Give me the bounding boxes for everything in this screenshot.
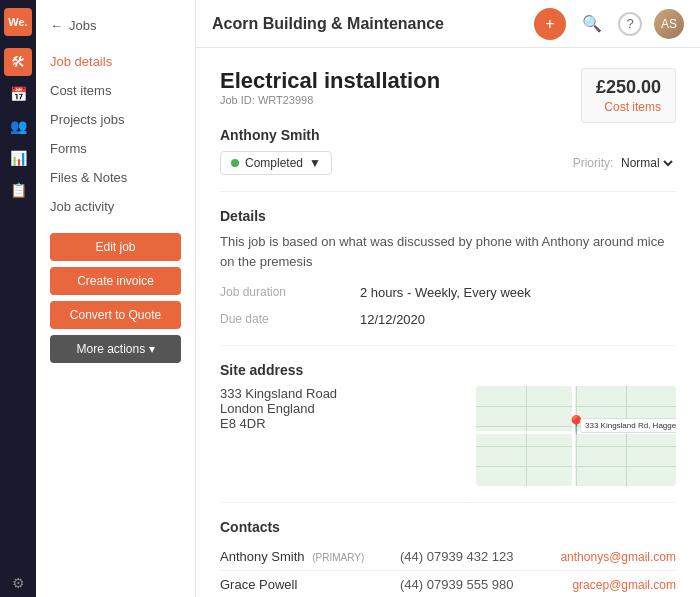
rail-icon-briefcase[interactable]: 🛠	[4, 48, 32, 76]
address-line1: 333 Kingsland Road	[220, 386, 460, 401]
sidebar-item-job-details[interactable]: Job details	[36, 47, 195, 76]
sidebar-item-forms[interactable]: Forms	[36, 134, 195, 163]
sidebar-action-buttons: Edit job Create invoice Convert to Quote…	[36, 221, 195, 375]
contacts-table: Anthony Smith (PRIMARY) (44) 07939 432 1…	[220, 543, 676, 597]
job-header: Electrical installation Job ID: WRT23998…	[220, 68, 676, 123]
status-badge[interactable]: Completed ▼	[220, 151, 332, 175]
contact2-phone: (44) 07939 555 980	[400, 577, 572, 592]
convert-to-quote-button[interactable]: Convert to Quote	[50, 301, 181, 329]
map-grid-v2	[576, 386, 577, 486]
map-label: 333 Kingsland Rd, Haggerston, London...	[580, 418, 676, 433]
rail-icon-calendar[interactable]: 📅	[4, 80, 32, 108]
contact2-name: Grace Powell	[220, 577, 400, 592]
priority-select[interactable]: Normal High Low	[617, 155, 676, 171]
back-arrow-icon: ←	[50, 18, 63, 33]
price-box: £250.00 Cost items	[581, 68, 676, 123]
content-area: Electrical installation Job ID: WRT23998…	[196, 48, 700, 597]
contact1-email[interactable]: anthonys@gmail.com	[560, 550, 676, 564]
contact-row-1: Anthony Smith (PRIMARY) (44) 07939 432 1…	[220, 543, 676, 571]
map-road-v1	[572, 386, 575, 486]
status-row: Completed ▼ Priority: Normal High Low	[220, 151, 676, 175]
contact1-name: Anthony Smith (PRIMARY)	[220, 549, 400, 564]
priority-section: Priority: Normal High Low	[573, 155, 676, 171]
contact-row-2: Grace Powell (44) 07939 555 980 gracep@g…	[220, 571, 676, 597]
search-icon[interactable]: 🔍	[578, 10, 606, 38]
contacts-title: Contacts	[220, 519, 676, 535]
rail-icon-settings[interactable]: ⚙	[4, 569, 32, 597]
more-actions-button[interactable]: More actions ▾	[50, 335, 181, 363]
due-date-value: 12/12/2020	[360, 310, 676, 329]
address-line3: E8 4DR	[220, 416, 460, 431]
edit-job-button[interactable]: Edit job	[50, 233, 181, 261]
details-text: This job is based on what was discussed …	[220, 232, 676, 271]
avatar[interactable]: AS	[654, 9, 684, 39]
job-id: Job ID: WRT23998	[220, 94, 440, 106]
map-grid-v1	[526, 386, 527, 486]
back-label: Jobs	[69, 18, 96, 33]
map-bg: 📍 333 Kingsland Rd, Haggerston, London..…	[476, 386, 676, 486]
icon-rail: We. 🛠 📅 👥 📊 📋 ⚙	[0, 0, 36, 597]
cost-items-link[interactable]: Cost items	[596, 100, 661, 114]
sidebar-item-cost-items[interactable]: Cost items	[36, 76, 195, 105]
contact1-badge: (PRIMARY)	[312, 552, 364, 563]
status-chevron-icon: ▼	[309, 156, 321, 170]
site-address-title: Site address	[220, 362, 676, 378]
price-amount: £250.00	[596, 77, 661, 98]
status-label: Completed	[245, 156, 303, 170]
main-wrapper: Acorn Building & Maintenance + 🔍 ? AS El…	[196, 0, 700, 597]
due-date-label: Due date	[220, 310, 360, 329]
status-dot	[231, 159, 239, 167]
sidebar-item-files-notes[interactable]: Files & Notes	[36, 163, 195, 192]
back-to-jobs[interactable]: ← Jobs	[36, 12, 195, 39]
sidebar-item-projects-jobs[interactable]: Projects jobs	[36, 105, 195, 134]
job-duration-value: 2 hours - Weekly, Every week	[360, 283, 676, 302]
job-customer: Anthony Smith	[220, 127, 676, 143]
address-line2: London England	[220, 401, 460, 416]
map-grid-v3	[626, 386, 627, 486]
avatar-initials: AS	[654, 9, 684, 39]
site-address-text: 333 Kingsland Road London England E8 4DR	[220, 386, 460, 486]
sidebar-item-job-activity[interactable]: Job activity	[36, 192, 195, 221]
site-address-section: 333 Kingsland Road London England E8 4DR	[220, 386, 676, 486]
top-header: Acorn Building & Maintenance + 🔍 ? AS	[196, 0, 700, 48]
info-grid: Job duration 2 hours - Weekly, Every wee…	[220, 283, 676, 329]
app-title: Acorn Building & Maintenance	[212, 15, 522, 33]
sidebar: ← Jobs Job details Cost items Projects j…	[36, 0, 196, 597]
divider-contacts	[220, 502, 676, 503]
details-title: Details	[220, 208, 676, 224]
job-title: Electrical installation	[220, 68, 440, 94]
contact2-email[interactable]: gracep@gmail.com	[572, 578, 676, 592]
job-duration-label: Job duration	[220, 283, 360, 302]
divider-details	[220, 191, 676, 192]
contact1-phone: (44) 07939 432 123	[400, 549, 560, 564]
rail-icon-clipboard[interactable]: 📋	[4, 176, 32, 204]
divider-address	[220, 345, 676, 346]
help-icon[interactable]: ?	[618, 12, 642, 36]
create-invoice-button[interactable]: Create invoice	[50, 267, 181, 295]
content-main: Electrical installation Job ID: WRT23998…	[196, 48, 700, 597]
rail-icon-users[interactable]: 👥	[4, 112, 32, 140]
priority-label: Priority:	[573, 156, 614, 170]
job-title-block: Electrical installation Job ID: WRT23998	[220, 68, 440, 114]
add-button[interactable]: +	[534, 8, 566, 40]
map-container[interactable]: 📍 333 Kingsland Rd, Haggerston, London..…	[476, 386, 676, 486]
rail-icon-chart[interactable]: 📊	[4, 144, 32, 172]
app-logo: We.	[4, 8, 32, 36]
